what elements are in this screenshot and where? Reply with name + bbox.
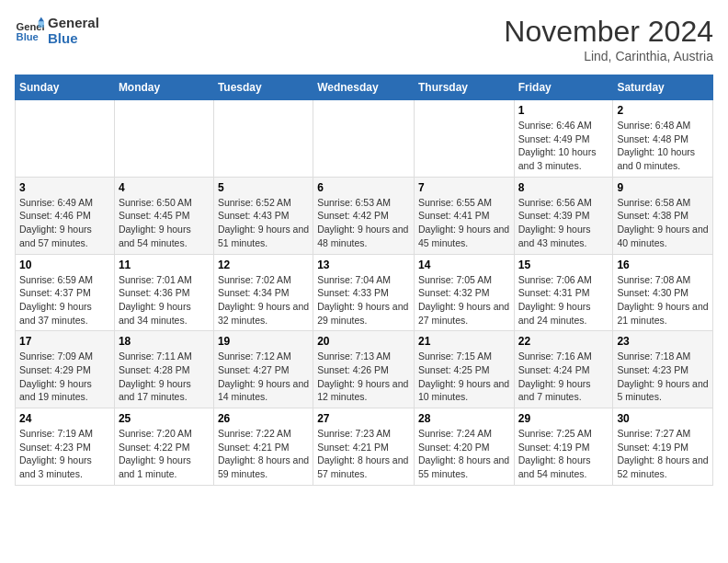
weekday-header: Tuesday xyxy=(213,75,313,100)
day-number: 7 xyxy=(418,181,510,194)
day-info: Sunrise: 6:49 AM Sunset: 4:46 PM Dayligh… xyxy=(19,196,110,250)
calendar-cell: 24Sunrise: 7:19 AM Sunset: 4:23 PM Dayli… xyxy=(16,408,115,486)
day-info: Sunrise: 7:09 AM Sunset: 4:29 PM Dayligh… xyxy=(19,350,110,404)
day-number: 3 xyxy=(19,181,110,194)
day-number: 9 xyxy=(617,181,709,194)
day-number: 19 xyxy=(218,335,309,348)
day-number: 17 xyxy=(19,335,110,348)
day-number: 21 xyxy=(418,335,510,348)
day-number: 16 xyxy=(617,259,709,271)
calendar-cell: 27Sunrise: 7:23 AM Sunset: 4:21 PM Dayli… xyxy=(313,408,415,486)
day-number: 29 xyxy=(518,412,609,425)
weekday-header: Saturday xyxy=(613,75,713,100)
day-info: Sunrise: 6:56 AM Sunset: 4:39 PM Dayligh… xyxy=(518,196,609,250)
calendar-cell xyxy=(213,100,313,178)
calendar-cell: 3Sunrise: 6:49 AM Sunset: 4:46 PM Daylig… xyxy=(16,177,115,254)
day-info: Sunrise: 6:53 AM Sunset: 4:42 PM Dayligh… xyxy=(317,196,410,250)
calendar-cell: 29Sunrise: 7:25 AM Sunset: 4:19 PM Dayli… xyxy=(514,408,613,486)
weekday-header: Sunday xyxy=(16,75,115,100)
calendar-cell: 13Sunrise: 7:04 AM Sunset: 4:33 PM Dayli… xyxy=(313,254,415,331)
day-info: Sunrise: 7:27 AM Sunset: 4:19 PM Dayligh… xyxy=(617,427,709,481)
day-number: 14 xyxy=(418,259,510,271)
calendar-cell: 7Sunrise: 6:55 AM Sunset: 4:41 PM Daylig… xyxy=(414,177,514,254)
calendar-cell: 23Sunrise: 7:18 AM Sunset: 4:23 PM Dayli… xyxy=(613,331,713,408)
location-subtitle: Lind, Carinthia, Austria xyxy=(504,49,713,63)
day-number: 13 xyxy=(317,259,410,271)
calendar-cell: 17Sunrise: 7:09 AM Sunset: 4:29 PM Dayli… xyxy=(16,331,115,408)
calendar-cell: 18Sunrise: 7:11 AM Sunset: 4:28 PM Dayli… xyxy=(114,331,213,408)
day-number: 25 xyxy=(119,412,210,425)
day-number: 1 xyxy=(518,104,609,117)
calendar-table: SundayMondayTuesdayWednesdayThursdayFrid… xyxy=(15,75,713,486)
day-info: Sunrise: 7:15 AM Sunset: 4:25 PM Dayligh… xyxy=(418,350,510,404)
logo-icon: General Blue xyxy=(15,16,44,45)
day-info: Sunrise: 6:58 AM Sunset: 4:38 PM Dayligh… xyxy=(617,196,709,250)
calendar-cell: 9Sunrise: 6:58 AM Sunset: 4:38 PM Daylig… xyxy=(613,177,713,254)
day-info: Sunrise: 6:48 AM Sunset: 4:48 PM Dayligh… xyxy=(617,119,709,173)
day-info: Sunrise: 7:04 AM Sunset: 4:33 PM Dayligh… xyxy=(317,273,410,327)
calendar-week-row: 17Sunrise: 7:09 AM Sunset: 4:29 PM Dayli… xyxy=(16,331,713,408)
day-info: Sunrise: 7:22 AM Sunset: 4:21 PM Dayligh… xyxy=(218,427,309,481)
page-header: General Blue General Blue November 2024 … xyxy=(15,15,713,63)
weekday-header: Thursday xyxy=(414,75,514,100)
calendar-cell xyxy=(414,100,514,178)
calendar-week-row: 24Sunrise: 7:19 AM Sunset: 4:23 PM Dayli… xyxy=(16,408,713,486)
weekday-header: Monday xyxy=(114,75,213,100)
day-info: Sunrise: 6:55 AM Sunset: 4:41 PM Dayligh… xyxy=(418,196,510,250)
calendar-week-row: 10Sunrise: 6:59 AM Sunset: 4:37 PM Dayli… xyxy=(16,254,713,331)
day-number: 22 xyxy=(518,335,609,348)
calendar-cell: 12Sunrise: 7:02 AM Sunset: 4:34 PM Dayli… xyxy=(213,254,313,331)
day-info: Sunrise: 6:59 AM Sunset: 4:37 PM Dayligh… xyxy=(19,273,110,327)
calendar-cell: 16Sunrise: 7:08 AM Sunset: 4:30 PM Dayli… xyxy=(613,254,713,331)
calendar-cell: 2Sunrise: 6:48 AM Sunset: 4:48 PM Daylig… xyxy=(613,100,713,178)
calendar-cell: 14Sunrise: 7:05 AM Sunset: 4:32 PM Dayli… xyxy=(414,254,514,331)
calendar-cell: 26Sunrise: 7:22 AM Sunset: 4:21 PM Dayli… xyxy=(213,408,313,486)
day-info: Sunrise: 7:13 AM Sunset: 4:26 PM Dayligh… xyxy=(317,350,410,404)
calendar-cell: 10Sunrise: 6:59 AM Sunset: 4:37 PM Dayli… xyxy=(16,254,115,331)
day-number: 12 xyxy=(218,259,309,271)
calendar-cell: 6Sunrise: 6:53 AM Sunset: 4:42 PM Daylig… xyxy=(313,177,415,254)
day-number: 27 xyxy=(317,412,410,425)
weekday-header-row: SundayMondayTuesdayWednesdayThursdayFrid… xyxy=(16,75,713,100)
calendar-week-row: 1Sunrise: 6:46 AM Sunset: 4:49 PM Daylig… xyxy=(16,100,713,178)
day-number: 2 xyxy=(617,104,709,117)
day-number: 15 xyxy=(518,259,609,271)
calendar-cell: 5Sunrise: 6:52 AM Sunset: 4:43 PM Daylig… xyxy=(213,177,313,254)
day-number: 8 xyxy=(518,181,609,194)
day-number: 23 xyxy=(617,335,709,348)
calendar-cell: 4Sunrise: 6:50 AM Sunset: 4:45 PM Daylig… xyxy=(114,177,213,254)
svg-text:Blue: Blue xyxy=(17,31,39,42)
day-info: Sunrise: 6:46 AM Sunset: 4:49 PM Dayligh… xyxy=(518,119,609,173)
day-info: Sunrise: 7:11 AM Sunset: 4:28 PM Dayligh… xyxy=(119,350,210,404)
day-info: Sunrise: 7:12 AM Sunset: 4:27 PM Dayligh… xyxy=(218,350,309,404)
calendar-week-row: 3Sunrise: 6:49 AM Sunset: 4:46 PM Daylig… xyxy=(16,177,713,254)
title-block: November 2024 Lind, Carinthia, Austria xyxy=(504,15,713,63)
day-info: Sunrise: 7:19 AM Sunset: 4:23 PM Dayligh… xyxy=(19,427,110,481)
day-info: Sunrise: 7:23 AM Sunset: 4:21 PM Dayligh… xyxy=(317,427,410,481)
day-number: 6 xyxy=(317,181,410,194)
day-info: Sunrise: 7:05 AM Sunset: 4:32 PM Dayligh… xyxy=(418,273,510,327)
day-number: 28 xyxy=(418,412,510,425)
weekday-header: Wednesday xyxy=(313,75,415,100)
day-info: Sunrise: 7:25 AM Sunset: 4:19 PM Dayligh… xyxy=(518,427,609,481)
calendar-cell xyxy=(114,100,213,178)
calendar-cell: 30Sunrise: 7:27 AM Sunset: 4:19 PM Dayli… xyxy=(613,408,713,486)
day-number: 20 xyxy=(317,335,410,348)
calendar-cell: 25Sunrise: 7:20 AM Sunset: 4:22 PM Dayli… xyxy=(114,408,213,486)
day-number: 26 xyxy=(218,412,309,425)
calendar-cell: 22Sunrise: 7:16 AM Sunset: 4:24 PM Dayli… xyxy=(514,331,613,408)
logo-blue: Blue xyxy=(48,30,99,46)
logo: General Blue General Blue xyxy=(15,15,99,46)
day-number: 11 xyxy=(119,259,210,271)
day-info: Sunrise: 7:02 AM Sunset: 4:34 PM Dayligh… xyxy=(218,273,309,327)
day-info: Sunrise: 7:16 AM Sunset: 4:24 PM Dayligh… xyxy=(518,350,609,404)
day-info: Sunrise: 7:24 AM Sunset: 4:20 PM Dayligh… xyxy=(418,427,510,481)
calendar-cell: 11Sunrise: 7:01 AM Sunset: 4:36 PM Dayli… xyxy=(114,254,213,331)
calendar-cell xyxy=(313,100,415,178)
weekday-header: Friday xyxy=(514,75,613,100)
day-info: Sunrise: 6:50 AM Sunset: 4:45 PM Dayligh… xyxy=(119,196,210,250)
calendar-cell: 21Sunrise: 7:15 AM Sunset: 4:25 PM Dayli… xyxy=(414,331,514,408)
day-number: 5 xyxy=(218,181,309,194)
logo-general: General xyxy=(48,15,99,30)
calendar-cell: 15Sunrise: 7:06 AM Sunset: 4:31 PM Dayli… xyxy=(514,254,613,331)
